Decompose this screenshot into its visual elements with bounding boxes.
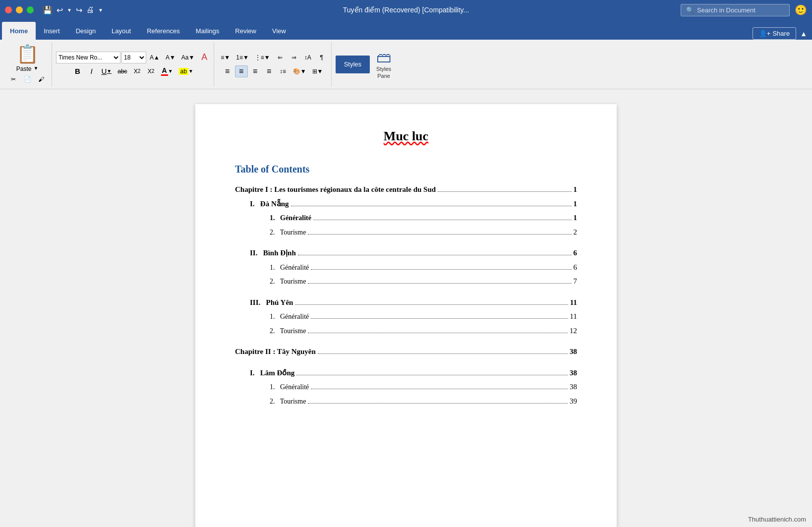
toc-dots: [318, 353, 568, 354]
line-spacing-button[interactable]: ↕≡: [277, 65, 290, 77]
toc-text: I. Đà Nẵng: [250, 198, 289, 210]
toc-text: II. Bình Định: [250, 247, 296, 259]
paste-dropdown-icon[interactable]: ▼: [33, 65, 38, 72]
tab-references[interactable]: References: [139, 22, 187, 40]
tab-review[interactable]: Review: [227, 22, 264, 40]
toc-heading: Table of Contents: [235, 164, 577, 175]
para-row-1: ≡▼ 1≡▼ ⋮≡▼ ⇐ ⇒ ↕A ¶: [218, 52, 328, 63]
more-icon[interactable]: ▼: [98, 7, 103, 13]
paragraph-mark-button[interactable]: ¶: [315, 52, 328, 63]
cut-button[interactable]: ✂: [7, 73, 20, 85]
change-case-button[interactable]: Aa▼: [179, 52, 197, 63]
toc-page: 39: [570, 396, 577, 407]
tab-view[interactable]: View: [264, 22, 294, 40]
font-color-dropdown[interactable]: ▼: [168, 68, 173, 74]
tab-design[interactable]: Design: [68, 22, 104, 40]
align-right-button[interactable]: ≡: [249, 65, 262, 77]
maximize-button[interactable]: [27, 6, 34, 13]
italic-button[interactable]: I: [85, 65, 98, 77]
styles-pane-label: StylesPane: [376, 66, 391, 79]
sort-button[interactable]: ↕A: [301, 52, 314, 63]
toc-page: 2: [574, 227, 578, 238]
paste-button[interactable]: 📋: [16, 44, 39, 64]
toc-entry: II. Bình Định6: [250, 247, 577, 259]
toc-page: 1: [574, 198, 578, 210]
toc-page: 12: [570, 325, 577, 337]
font-group: Times New Ro... 18 A▲ A▼ Aa▼ A B I U▼ ab…: [53, 42, 214, 87]
minimize-button[interactable]: [16, 6, 23, 13]
document-page: Muc luc Table of Contents Chapitre I : L…: [195, 104, 617, 527]
paste-sub-area: Paste ▼: [16, 65, 39, 72]
toc-page: 7: [574, 276, 578, 287]
toc-entry: 2. Tourisme12: [270, 325, 577, 337]
subscript-button[interactable]: X2: [131, 65, 144, 77]
toc-text: I. Lâm Đồng: [250, 367, 294, 379]
paragraph-group: ≡▼ 1≡▼ ⋮≡▼ ⇐ ⇒ ↕A ¶ ≡ ≡ ≡ ≡ ↕≡ 🎨▼ ⊞▼: [215, 42, 331, 87]
align-left-button[interactable]: ≡: [221, 65, 234, 77]
styles-group: Styles 🗃 StylesPane: [333, 42, 397, 87]
undo-dropdown-icon[interactable]: ▼: [67, 7, 72, 13]
tab-layout[interactable]: Layout: [104, 22, 139, 40]
toc-page: 11: [570, 311, 577, 322]
increase-indent-button[interactable]: ⇒: [288, 52, 300, 63]
ribbon-tabs: Home Insert Design Layout References Mai…: [0, 20, 812, 40]
format-painter-button[interactable]: 🖌: [35, 73, 48, 85]
toc-entry: I. Lâm Đồng38: [250, 367, 577, 379]
strikethrough-button[interactable]: abc: [115, 65, 129, 77]
close-button[interactable]: [5, 6, 12, 13]
toc-text: 2. Tourisme: [270, 227, 306, 237]
numbering-button[interactable]: 1≡▼: [233, 52, 251, 63]
highlight-button[interactable]: ab ▼: [176, 65, 196, 77]
paste-icon: 📋: [16, 44, 39, 64]
toc-text: III. Phú Yên: [250, 297, 293, 308]
print-icon[interactable]: 🖨: [86, 5, 94, 14]
justify-button[interactable]: ≡: [263, 65, 276, 77]
search-placeholder: Search in Document: [697, 6, 755, 14]
styles-pane-button[interactable]: 🗃 StylesPane: [374, 47, 394, 81]
font-color-icon: A: [161, 66, 168, 76]
copy-button[interactable]: 📄: [21, 73, 34, 85]
borders-button[interactable]: ⊞▼: [310, 65, 326, 77]
increase-font-button[interactable]: A▲: [147, 52, 162, 63]
tab-mailings[interactable]: Mailings: [188, 22, 228, 40]
collapse-ribbon-button[interactable]: ▲: [800, 30, 807, 38]
superscript-button[interactable]: X2: [145, 65, 158, 77]
toc-dots: [296, 375, 568, 375]
tab-insert[interactable]: Insert: [36, 22, 68, 40]
titlebar-right: 🔍 Search in Document 🙂: [681, 4, 807, 16]
redo-icon[interactable]: ↪: [76, 5, 82, 15]
toc-text: Chapitre II : Tây Nguyên: [235, 346, 316, 357]
toc-page: 11: [570, 297, 577, 308]
share-button[interactable]: 👤+ Share: [753, 27, 796, 40]
toc-dots: [311, 269, 571, 270]
bullets-button[interactable]: ≡▼: [218, 52, 232, 63]
toc-entry: I. Đà Nẵng1: [250, 198, 577, 210]
multilevel-button[interactable]: ⋮≡▼: [252, 52, 273, 63]
decrease-font-button[interactable]: A▼: [163, 52, 178, 63]
highlight-icon: ab: [179, 68, 188, 75]
tab-home[interactable]: Home: [2, 22, 36, 40]
underline-button[interactable]: U▼: [99, 65, 114, 77]
watermark: Thuthuattienich.com: [748, 516, 806, 523]
save-icon[interactable]: 💾: [43, 5, 53, 15]
search-box[interactable]: 🔍 Search in Document: [681, 4, 790, 16]
highlight-dropdown[interactable]: ▼: [188, 68, 193, 74]
document-area: Muc luc Table of Contents Chapitre I : L…: [0, 89, 812, 527]
styles-button[interactable]: Styles: [336, 56, 370, 73]
paste-group: 📋 Paste ▼ ✂ 📄 🖌: [3, 42, 52, 87]
clear-formatting-button[interactable]: A: [198, 52, 211, 63]
underline-dropdown[interactable]: ▼: [107, 68, 112, 74]
clipboard-sub-buttons: ✂ 📄 🖌: [7, 73, 48, 85]
font-name-select[interactable]: Times New Ro...: [56, 52, 120, 63]
decrease-indent-button[interactable]: ⇐: [274, 52, 287, 63]
undo-icon[interactable]: ↩: [57, 5, 63, 15]
font-size-select[interactable]: 18: [121, 52, 146, 63]
window-controls: 💾 ↩ ▼ ↪ 🖨 ▼: [5, 5, 103, 15]
styles-pane-icon: 🗃: [376, 49, 391, 66]
font-color-button[interactable]: A ▼: [159, 65, 175, 77]
align-center-button[interactable]: ≡: [235, 65, 248, 77]
bold-button[interactable]: B: [71, 65, 84, 77]
toc-dots: [295, 304, 568, 305]
toc-entry: 1. Généralité38: [270, 381, 577, 393]
shading-button[interactable]: 🎨▼: [290, 65, 309, 77]
